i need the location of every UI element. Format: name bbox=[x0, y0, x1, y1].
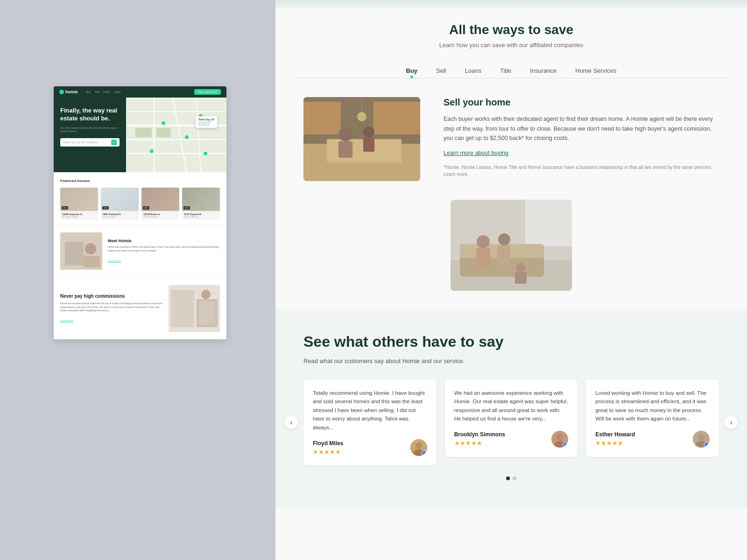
avatar-badge-2 bbox=[563, 442, 568, 448]
homie-logo-icon bbox=[59, 90, 64, 94]
review-stars-1: ★★★★★ bbox=[313, 448, 406, 455]
svg-point-30 bbox=[338, 127, 352, 141]
avatar-badge-3 bbox=[704, 442, 710, 448]
right-panel: All the ways to save Learn how you can s… bbox=[275, 0, 747, 560]
review-text-2: We had an awesome experience working wit… bbox=[454, 389, 569, 423]
review-stars-3: ★★★★★ bbox=[595, 440, 688, 447]
carousel-dot-2[interactable] bbox=[513, 476, 516, 480]
house-location: Houston, Glynn bbox=[103, 216, 137, 218]
search-btn[interactable]: › bbox=[111, 140, 117, 145]
get-listed-btn[interactable]: Get Listed Free bbox=[194, 89, 221, 95]
sell-image bbox=[303, 97, 420, 181]
house-badge: 4BD bbox=[62, 206, 68, 210]
reviewer-name-3: Esther Howard bbox=[595, 431, 688, 438]
reviewer-avatar-2 bbox=[551, 431, 568, 448]
svg-rect-20 bbox=[171, 290, 194, 327]
review-text-3: Loved working with Homie to buy and sell… bbox=[595, 389, 710, 423]
sell-footnote: *Homie, Homie Loanss, Homie Title and Ho… bbox=[444, 164, 719, 178]
sell-link[interactable]: Learn more about buying bbox=[444, 150, 719, 156]
list-item[interactable]: 3BD 2115 Clayton St Houston, Arizona bbox=[182, 188, 220, 220]
svg-rect-16 bbox=[65, 242, 84, 265]
house-location: Houston, Arizona bbox=[143, 216, 177, 218]
carousel-dot-1[interactable] bbox=[506, 476, 510, 480]
svg-rect-9 bbox=[156, 128, 170, 137]
reviews-header: See what others have to say Read what ou… bbox=[303, 333, 719, 365]
meet-section: Meet Homie Homie was founded in 2015 in … bbox=[54, 224, 226, 277]
svg-point-11 bbox=[185, 135, 189, 139]
search-bar[interactable]: Search by City, ZIP or Address › bbox=[60, 138, 120, 147]
review-stars-2: ★★★★★ bbox=[454, 440, 547, 447]
meet-link[interactable]: Learn more bbox=[108, 259, 121, 262]
featured-section: Featured houses 4BD 11826 Amposta Ct Las… bbox=[54, 172, 226, 224]
review-text-1: Totally recommend using Homie. I have bo… bbox=[313, 389, 427, 432]
tab-title[interactable]: Title bbox=[491, 63, 521, 78]
ways-tabs: Buy Sell Loans Title Insurance Home Serv… bbox=[294, 59, 728, 78]
house-location: Houston, Arizona bbox=[184, 216, 218, 218]
review-card-1: Totally recommend using Homie. I have bo… bbox=[303, 379, 437, 465]
sell-text: Each buyer works with their dedicated ag… bbox=[444, 114, 719, 143]
family-image bbox=[451, 200, 572, 291]
svg-point-32 bbox=[363, 126, 374, 138]
house-badge: 4BD bbox=[143, 206, 149, 210]
svg-point-41 bbox=[477, 235, 490, 248]
svg-rect-37 bbox=[525, 200, 572, 246]
review-footer-3: Esther Howard ★★★★★ bbox=[595, 431, 710, 448]
list-item[interactable]: 3BD 3920 Orchard Ct Houston, Glynn bbox=[101, 188, 139, 220]
svg-rect-33 bbox=[363, 138, 374, 152]
svg-rect-23 bbox=[199, 301, 215, 325]
never-section: Never pay high commissions Homie was fou… bbox=[54, 277, 226, 339]
reviewer-avatar-3 bbox=[693, 431, 710, 448]
sell-content: Sell your home Each buyer works with the… bbox=[444, 97, 719, 178]
carousel-next-btn[interactable]: › bbox=[725, 416, 738, 429]
list-item[interactable]: 4BD 125 W Rose Ln Houston, Arizona bbox=[141, 188, 179, 220]
reviews-carousel: Totally recommend using Homie. I have bo… bbox=[303, 379, 719, 465]
svg-rect-44 bbox=[497, 245, 510, 266]
map-card: Park City, UT From $400k $1,250 sq ft bbox=[196, 116, 217, 128]
svg-point-22 bbox=[201, 290, 211, 299]
meet-title: Meet Homie bbox=[108, 238, 220, 243]
svg-rect-31 bbox=[338, 141, 352, 158]
list-item[interactable]: 4BD 11826 Amposta Ct Las Vegas, Nevada bbox=[60, 188, 98, 220]
svg-point-45 bbox=[516, 263, 525, 272]
carousel-prev-btn[interactable]: ‹ bbox=[285, 416, 298, 429]
tab-buy[interactable]: Buy bbox=[397, 63, 427, 78]
review-card-2: We had an awesome experience working wit… bbox=[445, 379, 578, 457]
svg-point-14 bbox=[204, 152, 207, 155]
ways-subtitle: Learn how you can save with our affiliat… bbox=[285, 41, 738, 49]
svg-point-54 bbox=[698, 434, 705, 441]
hero-map: Park City, UT From $400k $1,250 sq ft bbox=[126, 98, 226, 172]
svg-point-35 bbox=[357, 112, 366, 121]
ways-header: All the ways to save Learn how you can s… bbox=[275, 8, 747, 59]
svg-rect-8 bbox=[135, 128, 152, 137]
nav-sell[interactable]: Sell bbox=[95, 91, 99, 93]
reviews-section: See what others have to say Read what ou… bbox=[275, 309, 747, 508]
left-panel: homie Buy Sell FAQs Login Get Listed Fre… bbox=[54, 86, 226, 339]
scroll-hint bbox=[275, 0, 747, 8]
house-badge: 3BD bbox=[102, 206, 109, 210]
house-location: Las Vegas, Nevada bbox=[62, 216, 96, 218]
svg-point-10 bbox=[162, 121, 165, 125]
search-placeholder: Search by City, ZIP or Address bbox=[63, 141, 109, 144]
tab-insurance[interactable]: Insurance bbox=[521, 63, 566, 78]
meet-content: Meet Homie Homie was founded in 2015 in … bbox=[108, 238, 220, 264]
homie-nav-links: Buy Sell FAQs Login bbox=[86, 91, 121, 93]
tab-sell[interactable]: Sell bbox=[427, 63, 456, 78]
family-section bbox=[275, 200, 747, 309]
nav-faqs[interactable]: FAQs bbox=[103, 91, 110, 93]
never-content: Never pay high commissions Homie was fou… bbox=[60, 294, 163, 323]
never-link[interactable]: Learn more bbox=[60, 319, 73, 322]
svg-rect-18 bbox=[84, 256, 100, 267]
meet-image bbox=[60, 232, 102, 270]
nav-login[interactable]: Login bbox=[114, 91, 121, 93]
tab-loans[interactable]: Loans bbox=[456, 63, 491, 78]
review-footer-1: Floyd Miles ★★★★★ bbox=[313, 439, 427, 456]
tab-home-services[interactable]: Home Services bbox=[566, 63, 626, 78]
nav-buy[interactable]: Buy bbox=[86, 91, 91, 93]
reviews-subtitle: Read what our customers say about Homie … bbox=[303, 357, 719, 366]
svg-rect-29 bbox=[303, 102, 341, 134]
svg-point-13 bbox=[150, 149, 154, 153]
sell-title: Sell your home bbox=[444, 97, 719, 108]
never-text: Homie was founded with the belief that t… bbox=[60, 302, 163, 313]
reviews-title: See what others have to say bbox=[303, 333, 719, 350]
svg-point-17 bbox=[85, 243, 96, 254]
